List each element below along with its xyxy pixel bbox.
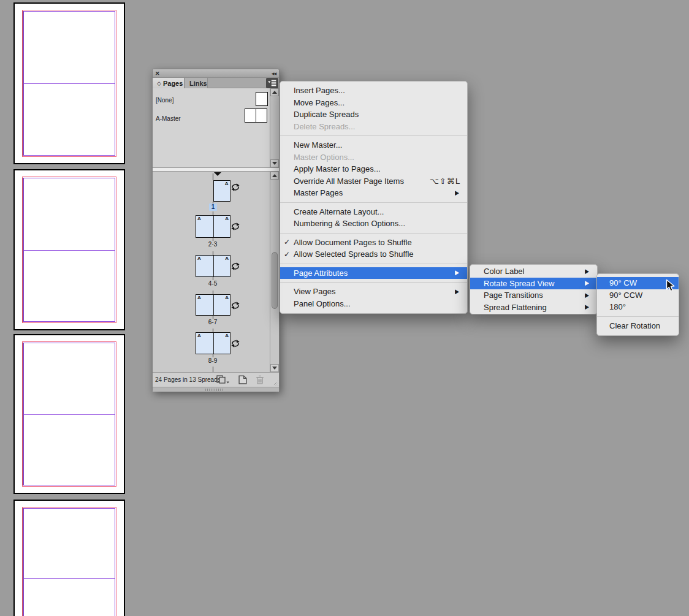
- menu-item-label: 180°: [609, 302, 626, 311]
- page-numbers-4-5[interactable]: 4-5: [202, 280, 224, 287]
- menu-item-move-pages[interactable]: Move Pages...: [280, 97, 467, 109]
- menu-item-duplicate-spreads[interactable]: Duplicate Spreads: [280, 108, 467, 121]
- pages-scrollbar[interactable]: [270, 172, 279, 372]
- menu-item-label: Spread Flattening: [484, 303, 547, 312]
- spread-rotation-icon: [231, 262, 240, 270]
- spread-thumbnail-4-5[interactable]: A A: [196, 255, 230, 277]
- master-a-thumbnail-left[interactable]: [245, 108, 256, 123]
- page-number-1[interactable]: 1: [209, 203, 217, 211]
- menu-item-create-alternate-layout[interactable]: Create Alternate Layout...: [280, 206, 467, 218]
- document-spread-1[interactable]: [13, 2, 125, 164]
- menu-item-allow-document-pages-shuffle[interactable]: ✓Allow Document Pages to Shuffle: [280, 237, 467, 249]
- menu-item-label: Insert Pages...: [294, 86, 345, 95]
- menu-item-color-label[interactable]: Color Label▶: [470, 265, 597, 278]
- document-spread-2[interactable]: [13, 169, 125, 330]
- scrollbar-thumb[interactable]: [272, 252, 278, 309]
- menu-separator: [597, 316, 679, 317]
- menu-item-label: Delete Spreads...: [294, 122, 355, 131]
- master-none-label[interactable]: [None]: [156, 97, 173, 104]
- menu-item-label: New Master...: [294, 140, 342, 150]
- master-none-thumbnail[interactable]: [256, 92, 268, 106]
- menu-item-new-master[interactable]: New Master...: [280, 139, 467, 151]
- page-divider-guide: [23, 83, 115, 84]
- menu-item-label: Move Pages...: [294, 98, 345, 107]
- margin-guide: [23, 508, 115, 616]
- menu-item-panel-options[interactable]: Panel Options...: [280, 298, 467, 310]
- panel-title-bar[interactable]: ✕ ◀◀: [153, 69, 279, 78]
- menu-item-override-master-items[interactable]: Override All Master Page Items⌥⇧⌘L: [280, 175, 467, 188]
- triangle-up-icon: [272, 91, 277, 94]
- menu-item-label: Duplicate Spreads: [294, 110, 359, 119]
- page-numbers-2-3[interactable]: 2-3: [202, 241, 224, 248]
- keyboard-shortcut: ⌥⇧⌘L: [430, 177, 460, 186]
- current-spread-marker-icon: [214, 172, 221, 176]
- menu-item-label: Allow Selected Spreads to Shuffle: [294, 249, 414, 259]
- delete-page-trash-icon[interactable]: [256, 375, 264, 384]
- menu-item-delete-spreads[interactable]: Delete Spreads...: [280, 121, 467, 133]
- menu-item-180[interactable]: 180°: [597, 301, 679, 313]
- menu-item-allow-selected-spreads-shuffle[interactable]: ✓Allow Selected Spreads to Shuffle: [280, 248, 467, 260]
- pages-section: A 1 A A 2-3 A A: [153, 172, 279, 372]
- menu-separator: [280, 202, 467, 203]
- collapse-panel-icon[interactable]: ◀◀: [272, 70, 276, 77]
- masters-scrollbar[interactable]: [270, 88, 279, 167]
- menu-item-numbering-section-options[interactable]: Numbering & Section Options...: [280, 218, 467, 230]
- scroll-down-button[interactable]: [270, 159, 279, 167]
- menu-item-apply-master[interactable]: Apply Master to Pages...: [280, 163, 467, 175]
- section-splitter[interactable]: [153, 167, 279, 172]
- spine-line: [213, 295, 214, 315]
- tab-links[interactable]: Links: [185, 78, 208, 88]
- menu-item-page-attributes[interactable]: Page Attributes▶: [280, 267, 467, 279]
- spread-thumbnail-8-9[interactable]: A A: [196, 332, 230, 354]
- panel-bottom-edge: [153, 387, 279, 392]
- panel-drag-grip[interactable]: [205, 389, 224, 391]
- document-spread-4[interactable]: [13, 500, 125, 616]
- create-new-page-icon[interactable]: [238, 375, 247, 384]
- triangle-down-icon: [272, 367, 277, 370]
- menu-item-spread-flattening[interactable]: Spread Flattening▶: [470, 302, 597, 314]
- menu-item-label: Page Attributes: [294, 268, 348, 278]
- menu-item-page-transitions[interactable]: Page Transitions▶: [470, 289, 597, 302]
- document-spread-3[interactable]: [13, 334, 125, 494]
- menu-item-master-options[interactable]: Master Options...: [280, 151, 467, 164]
- menu-separator: [280, 135, 467, 136]
- page-attributes-submenu: Color Label▶ Rotate Spread View▶ Page Tr…: [470, 264, 598, 314]
- scroll-down-button[interactable]: [270, 364, 279, 372]
- menu-item-clear-rotation[interactable]: Clear Rotation: [597, 320, 679, 332]
- menu-item-label: Numbering & Section Options...: [294, 219, 405, 228]
- menu-item-insert-pages[interactable]: Insert Pages...: [280, 85, 467, 97]
- spread-thumbnail-6-7[interactable]: A A: [196, 294, 230, 316]
- page-numbers-8-9[interactable]: 8-9: [202, 357, 224, 364]
- menu-item-rotate-spread-view[interactable]: Rotate Spread View▶: [470, 278, 597, 290]
- tab-pages-label: Pages: [163, 80, 183, 87]
- master-a-label[interactable]: A-Master: [156, 115, 181, 122]
- menu-item-label: Create Alternate Layout...: [294, 207, 384, 216]
- frame-edge: [23, 508, 23, 616]
- menu-item-label: Master Pages: [294, 188, 343, 197]
- menu-item-label: Apply Master to Pages...: [294, 164, 381, 173]
- spread-thumbnail-2-3[interactable]: A A: [196, 215, 230, 238]
- menu-item-view-pages[interactable]: View Pages▶: [280, 286, 467, 298]
- edit-page-size-icon[interactable]: [216, 375, 230, 384]
- masters-section: [None] A-Master: [153, 88, 279, 167]
- menu-item-master-pages[interactable]: Master Pages▶: [280, 187, 467, 199]
- scroll-up-button[interactable]: [270, 88, 279, 96]
- triangle-up-icon: [272, 174, 277, 177]
- master-letter: A: [225, 295, 229, 300]
- menu-item-label: Rotate Spread View: [484, 279, 554, 288]
- panel-menu-button[interactable]: [266, 78, 278, 88]
- panel-resize-grip[interactable]: [272, 379, 279, 386]
- page-thumbnail-1[interactable]: A: [213, 180, 230, 202]
- master-letter: A: [197, 256, 201, 261]
- submenu-arrow-icon: ▶: [585, 304, 590, 311]
- master-letter: A: [197, 333, 201, 338]
- submenu-arrow-icon: ▶: [455, 189, 460, 197]
- page-numbers-6-7[interactable]: 6-7: [202, 319, 224, 325]
- master-a-thumbnail-right[interactable]: [256, 108, 267, 123]
- menu-item-label: 90° CW: [609, 278, 637, 287]
- tab-pages[interactable]: ◇ Pages: [153, 78, 185, 88]
- spine-line: [213, 216, 214, 237]
- scroll-up-button[interactable]: [270, 172, 279, 180]
- page-divider-guide: [23, 578, 115, 579]
- close-icon[interactable]: ✕: [155, 70, 160, 77]
